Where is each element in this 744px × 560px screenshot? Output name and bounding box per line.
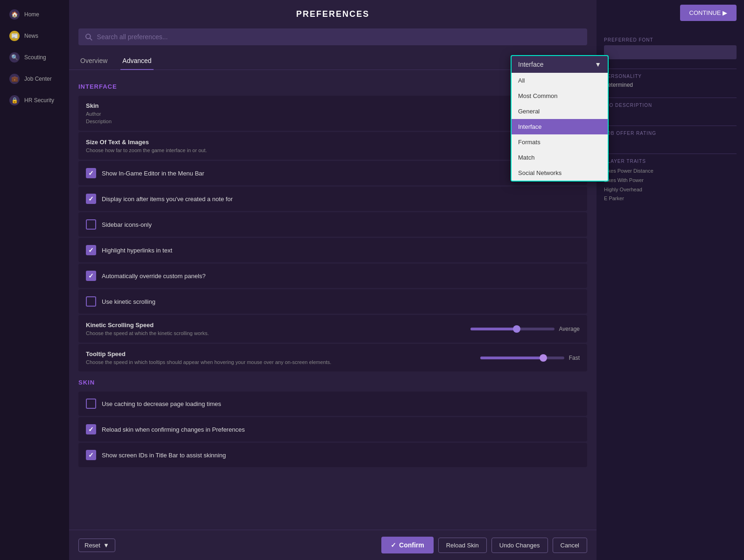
- dropdown-item-interface[interactable]: Interface: [512, 119, 608, 134]
- checkbox-row-3[interactable]: Highlight hyperlinks in text: [78, 238, 587, 262]
- bio-value: ...: [604, 111, 737, 116]
- skin-checkbox-row-0[interactable]: Use caching to decrease page loading tim…: [78, 392, 587, 416]
- dialog-title: PREFERENCES: [69, 0, 597, 28]
- right-panel-job-rating: JOB OFFER RATING ...: [604, 131, 737, 144]
- size-desc: Choose how far to zoom the game interfac…: [86, 147, 207, 153]
- sidebar-item-home[interactable]: 🏠 Home: [2, 5, 67, 24]
- reset-chevron-icon: ▼: [103, 542, 109, 549]
- right-panel-bio: BIO DESCRIPTION ...: [604, 103, 737, 116]
- kinetic-speed-right: Average: [470, 326, 580, 332]
- traits-list: Likes Power Distance Likes With Power Hi…: [604, 167, 737, 203]
- bio-label: BIO DESCRIPTION: [604, 103, 737, 108]
- player-traits-label: PLAYER TRAITS: [604, 159, 737, 164]
- sidebar: 🏠 Home 📰 News 🔍 Scouting 💼 Job Center 🔒 …: [0, 0, 69, 560]
- section-skin-heading: SKIN: [78, 379, 587, 386]
- confirm-check-icon: ✓: [391, 541, 396, 549]
- checkbox-4[interactable]: [86, 271, 96, 281]
- skin-checkbox-row-2[interactable]: Show screen IDs in Title Bar to assist s…: [78, 443, 587, 467]
- kinetic-speed-label: Kinetic Scrolling Speed: [86, 322, 209, 329]
- checkbox-5[interactable]: [86, 296, 96, 307]
- checkbox-row-2[interactable]: Sidebar icons-only: [78, 212, 587, 237]
- sidebar-item-home-label: Home: [24, 11, 39, 18]
- sidebar-item-security-label: HR Security: [24, 97, 54, 104]
- tab-advanced[interactable]: Advanced: [120, 52, 153, 70]
- search-input-wrap: [78, 28, 587, 45]
- checkbox-label-2: Sidebar icons-only: [102, 221, 152, 228]
- kinetic-speed-value: Average: [559, 326, 580, 332]
- search-input[interactable]: [97, 33, 581, 41]
- checkbox-label-1: Display icon after items you've created …: [102, 196, 233, 203]
- skin-label: Skin: [86, 102, 112, 109]
- personality-value: Determined: [604, 82, 737, 88]
- reset-button[interactable]: Reset ▼: [78, 539, 115, 552]
- sidebar-item-job-label: Job Center: [24, 76, 52, 82]
- confirm-button[interactable]: ✓ Confirm: [381, 537, 434, 553]
- sidebar-item-scouting[interactable]: 🔍 Scouting: [2, 48, 67, 67]
- sidebar-item-job-center[interactable]: 💼 Job Center: [2, 69, 67, 89]
- skin-checkbox-row-1[interactable]: Reload skin when confirming changes in P…: [78, 417, 587, 441]
- dropdown-item-match[interactable]: Match: [512, 150, 608, 165]
- tooltip-speed-fill: [480, 357, 543, 359]
- tooltip-speed-track[interactable]: [480, 357, 564, 359]
- skin-description: Description: [86, 119, 112, 124]
- skin-checkbox-1[interactable]: [86, 424, 96, 434]
- search-bar: [69, 28, 597, 52]
- tab-overview[interactable]: Overview: [78, 52, 109, 70]
- setting-row-kinetic-speed: Kinetic Scrolling Speed Choose the speed…: [78, 315, 587, 343]
- skin-checkbox-label-2: Show screen IDs in Title Bar to assist s…: [102, 452, 226, 459]
- right-panel-preferred-font: PREFERRED FONT: [604, 37, 737, 59]
- sidebar-item-news[interactable]: 📰 News: [2, 26, 67, 46]
- dropdown-item-general[interactable]: General: [512, 104, 608, 119]
- footer-right: ✓ Confirm Reload Skin Undo Changes Cance…: [381, 537, 587, 553]
- continue-button[interactable]: CONTINUE ▶: [680, 5, 737, 21]
- tooltip-speed-right: Fast: [480, 355, 580, 361]
- kinetic-speed-fill: [470, 328, 517, 330]
- job-rating-label: JOB OFFER RATING: [604, 131, 737, 136]
- footer: Reset ▼ ✓ Confirm Reload Skin Undo Chang…: [69, 530, 597, 560]
- checkbox-row-4[interactable]: Automatically override custom panels?: [78, 264, 587, 288]
- kinetic-speed-thumb[interactable]: [513, 325, 520, 333]
- dropdown-item-social-networks[interactable]: Social Networks: [512, 165, 608, 181]
- skin-checkbox-0[interactable]: [86, 399, 96, 409]
- cancel-button[interactable]: Cancel: [553, 538, 587, 553]
- skin-checkbox-label-0: Use caching to decrease page loading tim…: [102, 400, 221, 407]
- sidebar-item-news-label: News: [24, 33, 38, 39]
- dropdown-item-most-common[interactable]: Most Common: [512, 88, 608, 104]
- tooltip-speed-left: Tooltip Speed Choose the speed in which …: [86, 350, 331, 365]
- checkbox-row-5[interactable]: Use kinetic scrolling: [78, 289, 587, 314]
- tooltip-speed-value: Fast: [569, 355, 580, 361]
- checkbox-row-1[interactable]: Display icon after items you've created …: [78, 187, 587, 211]
- right-panel: CONTINUE ▶ PREFERRED FONT PERSONALITY De…: [597, 0, 744, 560]
- kinetic-speed-desc: Choose the speed at which the kinetic sc…: [86, 330, 209, 336]
- confirm-label: Confirm: [399, 541, 424, 549]
- checkbox-label-4: Automatically override custom panels?: [102, 273, 206, 280]
- reload-skin-button[interactable]: Reload Skin: [438, 538, 487, 553]
- sidebar-item-scouting-label: Scouting: [24, 54, 46, 61]
- checkbox-2[interactable]: [86, 219, 96, 230]
- checkbox-label-3: Highlight hyperlinks in text: [102, 247, 172, 254]
- preferred-font-label: PREFERRED FONT: [604, 37, 737, 42]
- skin-left: Skin Author Description: [86, 102, 112, 124]
- checkbox-1[interactable]: [86, 194, 96, 204]
- home-icon: 🏠: [9, 9, 20, 20]
- sidebar-item-hr-security[interactable]: 🔒 HR Security: [2, 91, 67, 110]
- skin-checkbox-label-1: Reload skin when confirming changes in P…: [102, 426, 245, 433]
- checkbox-label-5: Use kinetic scrolling: [102, 298, 155, 305]
- news-icon: 📰: [9, 31, 20, 41]
- skin-author: Author: [86, 111, 112, 117]
- kinetic-speed-track[interactable]: [470, 328, 554, 330]
- undo-changes-button[interactable]: Undo Changes: [491, 538, 548, 553]
- tooltip-speed-thumb[interactable]: [540, 354, 547, 362]
- checkbox-3[interactable]: [86, 245, 96, 255]
- scouting-icon: 🔍: [9, 52, 20, 63]
- skin-checkbox-2[interactable]: [86, 450, 96, 460]
- personality-label: PERSONALITY: [604, 74, 737, 79]
- svg-line-1: [90, 38, 92, 40]
- checkbox-label-0: Show In-Game Editor in the Menu Bar: [102, 170, 204, 177]
- dropdown-item-all[interactable]: All: [512, 73, 608, 88]
- right-panel-personality: PERSONALITY Determined: [604, 74, 737, 88]
- dropdown-item-formats[interactable]: Formats: [512, 134, 608, 150]
- checkbox-0[interactable]: [86, 168, 96, 178]
- security-icon: 🔒: [9, 95, 20, 105]
- job-icon: 💼: [9, 74, 20, 84]
